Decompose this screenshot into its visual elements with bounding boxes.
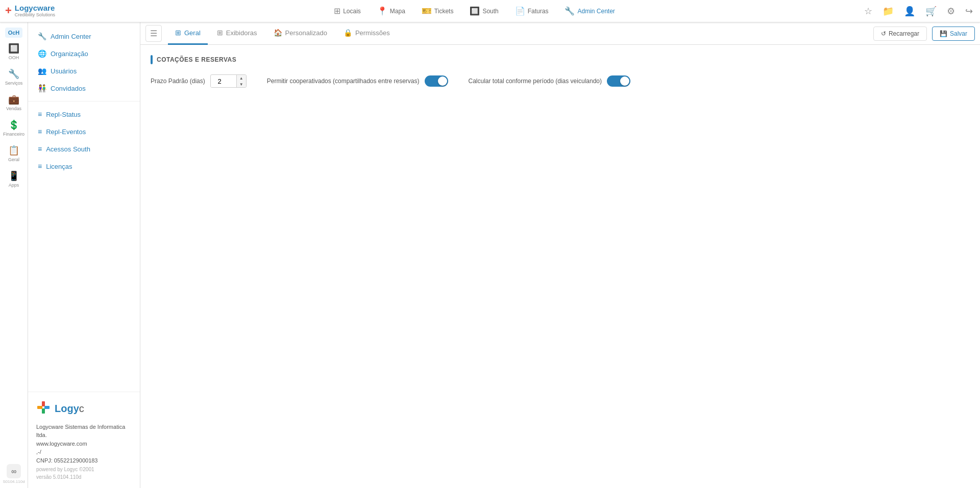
star-icon[interactable]: ☆ bbox=[862, 4, 874, 19]
menu-acessos-south-label: Acessos South bbox=[46, 145, 90, 153]
salvar-button[interactable]: 💾 Salvar bbox=[932, 27, 975, 41]
sidebar-cnpj: CNPJ: 05522129000183 bbox=[36, 456, 132, 465]
logo-plus-icon: + bbox=[5, 4, 12, 17]
tab-exibidoras-icon: ⊞ bbox=[217, 29, 223, 37]
form-row: Prazo Padrão (dias) ▲ ▼ Permitir coopera… bbox=[151, 74, 970, 88]
menu-repl-eventos-icon: ≡ bbox=[38, 127, 42, 136]
top-nav: + Logycware Credibility Solutions ⊞ Loca… bbox=[0, 0, 980, 22]
section-header: COTAÇÕES E RESERVAS bbox=[151, 55, 970, 64]
menu-item-organizacao[interactable]: 🌐 Organização bbox=[28, 45, 140, 62]
menu-item-repl-status[interactable]: ≡ Repl-Status bbox=[28, 106, 140, 123]
folder-icon[interactable]: 📁 bbox=[880, 4, 896, 19]
prazo-label: Prazo Padrão (dias) bbox=[151, 78, 205, 85]
locais-icon: ⊞ bbox=[334, 6, 340, 16]
tab-exibidoras-label: Exibidoras bbox=[226, 29, 257, 37]
tab-exibidoras[interactable]: ⊞ Exibidoras bbox=[210, 22, 264, 45]
sidebar-separator: ,-/ bbox=[36, 448, 132, 456]
financeiro-label: Financeiro bbox=[3, 132, 24, 137]
sidebar-item-ooh[interactable]: 🔲 OOH bbox=[2, 40, 26, 63]
menu-item-admin-center[interactable]: 🔧 Admin Center bbox=[28, 28, 140, 45]
tab-permissoes[interactable]: 🔒 Permissões bbox=[336, 22, 397, 45]
prazo-input[interactable] bbox=[211, 75, 236, 87]
toggle2-thumb bbox=[620, 76, 629, 86]
sidebar-item-servicos[interactable]: 🔧 Serviços bbox=[2, 65, 26, 89]
nav-item-tickets[interactable]: 🎫 Tickets bbox=[419, 4, 457, 18]
nav-label-mapa: Mapa bbox=[390, 8, 405, 15]
settings-icon[interactable]: ⚙ bbox=[945, 4, 957, 19]
menu-acessos-south-icon: ≡ bbox=[38, 145, 42, 153]
nav-label-faturas: Faturas bbox=[528, 8, 549, 15]
nav-label-locais: Locais bbox=[343, 8, 361, 15]
tabs-actions: ↺ Recarregar 💾 Salvar bbox=[873, 27, 975, 41]
section-title: COTAÇÕES E RESERVAS bbox=[157, 56, 236, 63]
tab-toggle-button[interactable]: ☰ bbox=[145, 25, 162, 42]
cnpj-value: 05522129000183 bbox=[54, 457, 98, 464]
sidebar-version: versão 5.0104.110d bbox=[36, 474, 132, 480]
nav-label-admin-center: Admin Center bbox=[577, 8, 615, 15]
menu-item-usuarios[interactable]: 👥 Usuários bbox=[28, 62, 140, 80]
tab-personalizado[interactable]: 🏠 Personalizado bbox=[266, 22, 334, 45]
sidebar-logo: Logyc bbox=[36, 400, 132, 418]
sidebar-item-financeiro[interactable]: 💲 Financeiro bbox=[2, 116, 26, 140]
recarregar-button[interactable]: ↺ Recarregar bbox=[873, 27, 927, 41]
tab-personalizado-icon: 🏠 bbox=[274, 29, 282, 37]
menu-item-licencas[interactable]: ≡ Licenças bbox=[28, 158, 140, 175]
sidebar-item-vendas[interactable]: 💼 Vendas bbox=[2, 91, 26, 114]
tickets-icon: 🎫 bbox=[422, 6, 432, 16]
menu-convidados-label: Convidados bbox=[51, 85, 86, 92]
nav-item-mapa[interactable]: 📍 Mapa bbox=[374, 4, 408, 18]
menu-item-convidados[interactable]: 👫 Convidados bbox=[28, 80, 140, 97]
nav-label-tickets: Tickets bbox=[434, 8, 454, 15]
menu-item-acessos-south[interactable]: ≡ Acessos South bbox=[28, 140, 140, 158]
menu-organizacao-label: Organização bbox=[51, 50, 88, 58]
menu-usuarios-icon: 👥 bbox=[38, 67, 46, 75]
menu-admin-center-icon: 🔧 bbox=[38, 32, 46, 40]
prazo-input-wrap: ▲ ▼ bbox=[210, 74, 247, 88]
logo-text: Logycware Credibility Solutions bbox=[15, 4, 55, 17]
footer-logo-icon: ∞ bbox=[7, 464, 21, 478]
tab-geral-icon: ⊞ bbox=[175, 29, 181, 37]
tab-geral-label: Geral bbox=[184, 29, 201, 37]
nav-item-admin-center[interactable]: 🔧 Admin Center bbox=[561, 4, 618, 18]
menu-repl-eventos-label: Repl-Eventos bbox=[46, 128, 86, 136]
toggle2-switch[interactable] bbox=[607, 75, 630, 87]
toggle1-switch[interactable] bbox=[425, 75, 448, 87]
tab-permissoes-label: Permissões bbox=[355, 29, 390, 37]
menu-organizacao-icon: 🌐 bbox=[38, 49, 46, 58]
financeiro-icon: 💲 bbox=[8, 119, 19, 131]
spinner-down-button[interactable]: ▼ bbox=[237, 81, 246, 87]
svg-rect-2 bbox=[37, 406, 42, 409]
tab-permissoes-icon: 🔒 bbox=[344, 29, 352, 37]
menu-item-repl-eventos[interactable]: ≡ Repl-Eventos bbox=[28, 123, 140, 140]
cart-icon[interactable]: 🛒 bbox=[923, 4, 939, 19]
nav-item-south[interactable]: 🔲 South bbox=[467, 4, 501, 18]
sidebar-item-geral[interactable]: 📋 Geral bbox=[2, 142, 26, 165]
servicos-label: Serviços bbox=[5, 81, 23, 86]
spinner-up-button[interactable]: ▲ bbox=[237, 75, 246, 81]
menu-admin-center-label: Admin Center bbox=[51, 33, 91, 40]
menu-repl-status-label: Repl-Status bbox=[46, 111, 81, 118]
svg-rect-1 bbox=[42, 408, 45, 414]
menu-repl-status-icon: ≡ bbox=[38, 110, 42, 118]
faturas-icon: 📄 bbox=[515, 6, 525, 16]
apps-label: Apps bbox=[9, 183, 19, 188]
sidebar-logo-plus-icon bbox=[36, 400, 51, 418]
sidebar-powered: powered by Logyc ©2001 bbox=[36, 467, 132, 472]
nav-item-locais[interactable]: ⊞ Locais bbox=[331, 4, 364, 18]
menu-usuarios-label: Usuários bbox=[51, 67, 77, 75]
sidebar-item-apps[interactable]: 📱 Apps bbox=[2, 167, 26, 191]
svg-rect-0 bbox=[42, 401, 45, 406]
nav-items: ⊞ Locais 📍 Mapa 🎫 Tickets 🔲 South 📄 Fatu… bbox=[87, 4, 862, 18]
nav-item-faturas[interactable]: 📄 Faturas bbox=[512, 4, 552, 18]
tab-geral[interactable]: ⊞ Geral bbox=[168, 22, 208, 45]
south-icon: 🔲 bbox=[470, 6, 480, 16]
prazo-group: Prazo Padrão (dias) ▲ ▼ bbox=[151, 74, 247, 88]
servicos-icon: 🔧 bbox=[8, 68, 19, 80]
sidebar-footer: Logyc Logycware Sistemas de Informatica … bbox=[28, 392, 140, 489]
geral-label: Geral bbox=[8, 157, 19, 162]
user-icon[interactable]: 👤 bbox=[902, 4, 917, 19]
salvar-icon: 💾 bbox=[940, 30, 947, 37]
toggle1-group: Permitir cooperativados (compartilhados … bbox=[267, 75, 448, 87]
recarregar-icon: ↺ bbox=[881, 30, 886, 37]
logout-icon[interactable]: ↪ bbox=[963, 4, 975, 19]
